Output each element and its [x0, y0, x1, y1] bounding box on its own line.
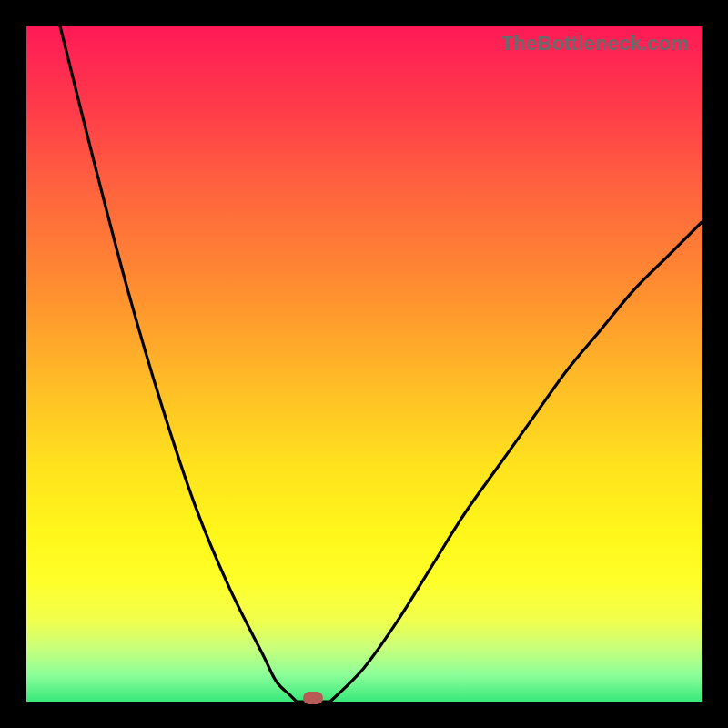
curve-path: [60, 26, 702, 702]
chart-frame: TheBottleneck.com: [0, 0, 728, 728]
bottleneck-curve: [26, 26, 702, 702]
optimum-marker: [303, 692, 323, 704]
plot-area: TheBottleneck.com: [26, 26, 702, 702]
